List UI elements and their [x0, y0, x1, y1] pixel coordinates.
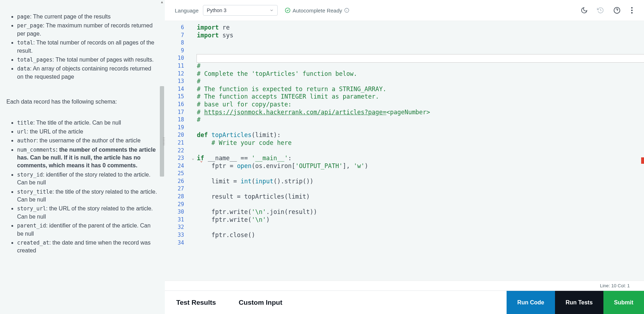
code-line[interactable]: fptr = open(os.environ['OUTPUT_PATH'], '… [197, 162, 644, 170]
history-icon[interactable] [597, 7, 604, 14]
code-editor[interactable]: 6789101112131415161718192021222324252627… [165, 21, 644, 281]
code-line[interactable] [197, 201, 644, 209]
code-line[interactable] [197, 224, 644, 231]
check-circle-icon [285, 7, 290, 13]
code-line[interactable] [197, 239, 644, 247]
submit-button[interactable]: Submit [603, 291, 644, 314]
fold-cell [190, 101, 195, 109]
line-number: 19 [165, 124, 184, 132]
code-line[interactable] [197, 147, 644, 155]
field-name: story_url [17, 205, 46, 212]
fold-cell [190, 208, 195, 216]
more-menu-icon[interactable] [630, 6, 634, 15]
field-name: parent_id [17, 223, 46, 229]
code-line[interactable] [197, 170, 644, 178]
field-name: story_title [17, 189, 52, 195]
line-number: 14 [165, 85, 184, 93]
line-number: 9 [165, 47, 184, 55]
line-number: 26 [165, 178, 184, 185]
fold-cell [190, 116, 195, 124]
code-line[interactable]: # The function accepts INTEGER limit as … [197, 93, 644, 101]
field-item: story_id: identifier of the story relate… [17, 171, 158, 187]
error-marker[interactable] [641, 157, 644, 164]
code-line[interactable] [197, 54, 644, 62]
field-name: title [17, 120, 33, 126]
line-number: 33 [165, 231, 184, 239]
problem-content[interactable]: page: The current page of the resultsper… [6, 0, 158, 314]
field-item: story_title: the title of the story rela… [17, 188, 158, 204]
code-line[interactable]: fptr.write('\n') [197, 216, 644, 224]
run-code-button[interactable]: Run Code [507, 291, 555, 314]
field-item: data: An array of objects containing rec… [17, 65, 158, 81]
help-icon[interactable] [613, 7, 621, 14]
line-number: 21 [165, 139, 184, 147]
code-line[interactable]: import re [197, 24, 644, 32]
code-line[interactable]: result = topArticles(limit) [197, 193, 644, 201]
code-line[interactable]: # Write your code here [197, 139, 644, 147]
field-description: : The title of the article. Can be null [33, 120, 121, 126]
field-name: data [17, 66, 30, 72]
tab-custom-input[interactable]: Custom Input [227, 299, 294, 307]
code-line[interactable] [197, 124, 644, 132]
field-item: per_page: The maximum number of records … [17, 22, 158, 38]
scroll-up-arrow[interactable]: ▲ [160, 0, 164, 4]
field-name: num_comments [17, 147, 56, 153]
fold-cell [190, 224, 195, 231]
bottom-bar: Test Results Custom Input Run Code Run T… [165, 291, 644, 314]
moon-icon[interactable] [581, 7, 588, 14]
line-number: 24 [165, 162, 184, 170]
code-line[interactable] [197, 39, 644, 47]
autocomplete-label: Autocomplete Ready [293, 7, 342, 14]
line-number: 8 [165, 39, 184, 47]
fold-cell [190, 78, 195, 85]
code-line[interactable]: import sys [197, 32, 644, 40]
code-line[interactable]: limit = int(input().strip()) [197, 178, 644, 185]
scrollbar-thumb[interactable] [160, 86, 164, 177]
fold-cell [190, 231, 195, 239]
code-line[interactable]: fptr.close() [197, 231, 644, 239]
field-item: author: the username of the author of th… [17, 137, 158, 145]
code-line[interactable]: # [197, 62, 644, 70]
fold-cell [190, 47, 195, 55]
error-squiggle: ⌄ [200, 157, 203, 165]
fold-cell [190, 216, 195, 224]
code-line[interactable] [197, 47, 644, 55]
info-circle-icon[interactable] [344, 8, 349, 13]
code-line[interactable] [197, 185, 644, 193]
code-line[interactable]: if __name__ == '__main__': [197, 155, 644, 162]
code-line[interactable]: # base url for copy/paste: [197, 101, 644, 109]
field-item: story_url: the URL of the story related … [17, 205, 158, 221]
fold-cell [190, 124, 195, 132]
tab-test-results[interactable]: Test Results [165, 299, 227, 307]
code-line[interactable]: # The function is expected to return a S… [197, 85, 644, 93]
field-name: url [17, 129, 27, 135]
cursor-position: Line: 10 Col: 1 [600, 283, 630, 288]
schema-intro: Each data record has the following schem… [6, 98, 158, 106]
fold-cell [190, 109, 195, 116]
svg-point-0 [285, 8, 290, 12]
code-line[interactable]: fptr.write('\n'.join(result)) [197, 208, 644, 216]
code-area[interactable]: ⌄ import reimport sys## Complete the 'to… [195, 21, 644, 281]
code-line[interactable]: # [197, 78, 644, 85]
line-number: 31 [165, 216, 184, 224]
line-number: 6 [165, 24, 184, 32]
line-number: 10 [165, 54, 184, 62]
field-item: total: The total number of records on al… [17, 39, 158, 55]
line-number: 34 [165, 239, 184, 247]
code-line[interactable]: # [197, 116, 644, 124]
line-gutter: 6789101112131415161718192021222324252627… [165, 21, 190, 281]
run-tests-button[interactable]: Run Tests [555, 291, 603, 314]
language-select[interactable]: Python 3 [203, 5, 278, 16]
fold-toggle-icon[interactable]: ⌄ [190, 155, 195, 162]
field-name: per_page [17, 22, 43, 29]
language-label: Language [175, 7, 199, 14]
field-item: page: The current page of the results [17, 13, 158, 21]
line-number: 25 [165, 170, 184, 178]
code-line[interactable]: # https://jsonmock.hackerrank.com/api/ar… [197, 109, 644, 116]
code-line[interactable]: # Complete the 'topArticles' function be… [197, 70, 644, 78]
code-line[interactable]: def topArticles(limit): [197, 131, 644, 139]
fold-column: ⌄ [190, 21, 195, 281]
line-number: 32 [165, 224, 184, 231]
line-number: 13 [165, 78, 184, 85]
line-number: 7 [165, 32, 184, 40]
